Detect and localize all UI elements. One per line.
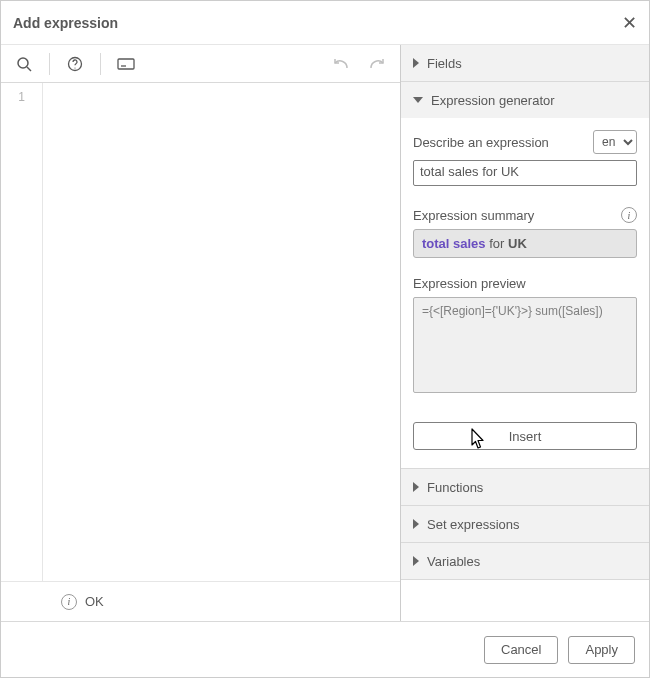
summary-value: UK [508, 236, 527, 251]
toolbar-separator [49, 53, 50, 75]
preview-label: Expression preview [413, 276, 526, 291]
panel-generator-label: Expression generator [431, 93, 555, 108]
panel-fields: Fields [401, 45, 649, 82]
line-gutter: 1 [1, 83, 43, 581]
dialog-title: Add expression [13, 15, 118, 31]
svg-point-3 [74, 67, 75, 68]
panel-setexpr-label: Set expressions [427, 517, 520, 532]
close-icon[interactable]: ✕ [622, 14, 637, 32]
line-number: 1 [1, 87, 42, 107]
dialog-body: 1 i OK Fields Expression generator [1, 45, 649, 621]
titlebar: Add expression ✕ [1, 1, 649, 45]
search-icon[interactable] [7, 49, 41, 79]
add-expression-dialog: Add expression ✕ [0, 0, 650, 678]
summary-box: total sales for UK [413, 229, 637, 258]
panel-functions-header[interactable]: Functions [401, 469, 649, 505]
panel-variables-header[interactable]: Variables [401, 543, 649, 579]
cursor-pointer-icon [466, 427, 486, 454]
panel-variables: Variables [401, 543, 649, 580]
panel-expression-generator: Expression generator Describe an express… [401, 82, 649, 469]
preview-label-row: Expression preview [413, 276, 637, 291]
toolbar-separator [100, 53, 101, 75]
cancel-button[interactable]: Cancel [484, 636, 558, 664]
panel-generator-header[interactable]: Expression generator [401, 82, 649, 118]
panel-set-expressions: Set expressions [401, 506, 649, 543]
code-area[interactable] [43, 83, 400, 581]
chevron-down-icon [413, 97, 423, 103]
info-icon: i [61, 594, 77, 610]
svg-rect-4 [118, 59, 134, 69]
chevron-right-icon [413, 58, 419, 68]
panel-functions-label: Functions [427, 480, 483, 495]
svg-line-1 [27, 67, 31, 71]
svg-point-0 [18, 58, 28, 68]
chevron-right-icon [413, 556, 419, 566]
status-text: OK [85, 594, 104, 609]
chevron-right-icon [413, 482, 419, 492]
describe-label-row: Describe an expression en [413, 130, 637, 154]
status-bar: i OK [1, 581, 400, 621]
panel-generator-content: Describe an expression en Expression sum… [401, 118, 649, 468]
panel-variables-label: Variables [427, 554, 480, 569]
language-select[interactable]: en [593, 130, 637, 154]
insert-label: Insert [509, 429, 542, 444]
undo-icon[interactable] [324, 49, 358, 79]
right-blank [401, 580, 649, 620]
info-icon[interactable]: i [621, 207, 637, 223]
panel-setexpr-header[interactable]: Set expressions [401, 506, 649, 542]
describe-input[interactable] [413, 160, 637, 186]
apply-button[interactable]: Apply [568, 636, 635, 664]
redo-icon[interactable] [360, 49, 394, 79]
describe-label: Describe an expression [413, 135, 549, 150]
field-picker-icon[interactable] [109, 49, 143, 79]
dialog-footer: Cancel Apply [1, 621, 649, 677]
panel-functions: Functions [401, 469, 649, 506]
summary-label: Expression summary [413, 208, 534, 223]
summary-label-row: Expression summary i [413, 207, 637, 223]
preview-box[interactable] [413, 297, 637, 393]
panel-fields-label: Fields [427, 56, 462, 71]
panel-fields-header[interactable]: Fields [401, 45, 649, 81]
editor-pane: 1 i OK [1, 45, 401, 621]
editor-toolbar [1, 45, 400, 83]
chevron-right-icon [413, 519, 419, 529]
help-icon[interactable] [58, 49, 92, 79]
code-editor[interactable]: 1 [1, 83, 400, 581]
summary-metric: total sales [422, 236, 486, 251]
side-panel: Fields Expression generator Describe an … [401, 45, 649, 621]
insert-button[interactable]: Insert [413, 422, 637, 450]
summary-mid: for [486, 236, 508, 251]
